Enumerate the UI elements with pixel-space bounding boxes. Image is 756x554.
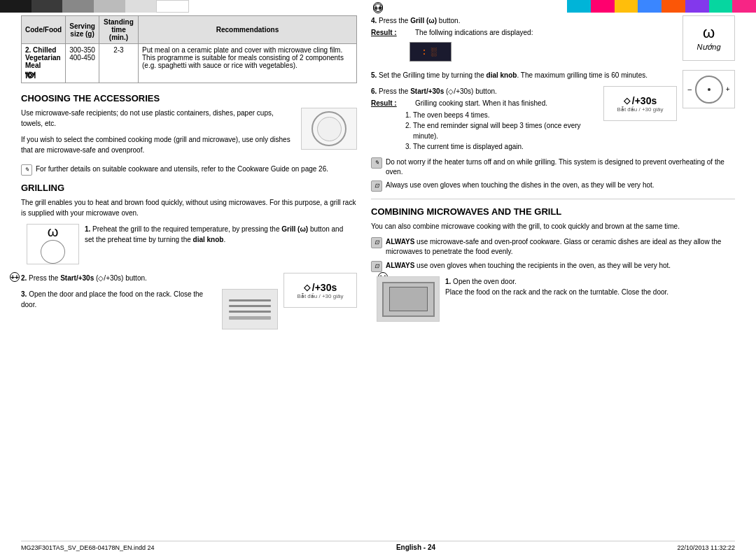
- step1-num: 1.: [85, 225, 90, 233]
- combining-body: You can also combine microwave cooking w…: [371, 221, 735, 232]
- col-header-recommendations: Recommendations: [138, 16, 356, 44]
- step6-sublist: The oven beeps 4 times. The end reminder…: [413, 110, 735, 152]
- grill-bold: Grill (ω): [281, 225, 308, 233]
- always-note-1: ⊡ ALWAYS use microwave-safe and oven-pro…: [371, 237, 735, 257]
- left-column: Code/Food Servingsize (g) Standingtime (…: [21, 15, 357, 534]
- microwave-door: [389, 287, 428, 311]
- food-icon: 🍽: [25, 69, 35, 80]
- grill-symbol-right: ω: [703, 25, 715, 41]
- grilling-step1: ω 1. Preheat the grill to the required t…: [21, 224, 357, 267]
- main-content: Code/Food Servingsize (g) Standingtime (…: [21, 15, 735, 534]
- open-door-num: 1.: [445, 278, 451, 285]
- sublist-item-2: The end reminder signal will beep 3 time…: [413, 120, 735, 141]
- table-cell-food: 2. Chilled Vegetarian Meal 🍽: [22, 44, 66, 83]
- result-val-6: Grilling cooking start. When it has fini…: [415, 99, 598, 107]
- color-bar-3: [62, 0, 94, 13]
- knob-plus: +: [726, 85, 730, 93]
- color-bar-r8: [732, 0, 756, 13]
- always-bold-2: ALWAYS: [386, 262, 414, 269]
- step5-num: 5.: [371, 71, 377, 79]
- table-cell-serving: 300-350 400-450: [66, 44, 99, 83]
- color-bar-r4: [638, 0, 662, 13]
- start30-plus: /+30s: [312, 282, 337, 293]
- right-step5: – + 5. Set the Grilling time by turning …: [371, 70, 735, 80]
- step3-num: 3.: [21, 290, 27, 298]
- step1-text: 1. Preheat the grill to the required tem…: [85, 224, 351, 267]
- note-heater: ✎ Do not worry if the heater turns off a…: [371, 157, 735, 177]
- grill-symbol: ω: [48, 225, 59, 239]
- rack-image: [222, 289, 278, 329]
- start30-text-r: /+30s: [632, 95, 657, 106]
- start30-arrow: ◇: [304, 283, 310, 292]
- step5-text: 5. Set the Grilling time by turning the …: [371, 70, 735, 80]
- color-bar-r3: [615, 0, 638, 13]
- knob-dot: [708, 88, 710, 91]
- rack-base: [229, 316, 271, 320]
- display-box: : ░: [410, 42, 451, 62]
- step2-num: 2.: [21, 274, 27, 282]
- choosing-accessories-heading: CHOOSING THE ACCESSORIES: [21, 93, 357, 104]
- grilling-body: The grill enables you to heat and brown …: [21, 197, 357, 218]
- section-divider: [371, 199, 735, 199]
- start30-icon: ◇ /+30s: [304, 282, 337, 293]
- choosing-accessories-section: CHOOSING THE ACCESSORIES Use microwave-s…: [21, 93, 357, 176]
- sublist-item-1: The oven beeps 4 times.: [413, 110, 735, 120]
- always-text-1: ALWAYS use microwave-safe and oven-proof…: [386, 237, 735, 257]
- reg-mark-left: +: [10, 272, 20, 282]
- result-val-4: The follwing indications are displayed:: [415, 29, 677, 36]
- col-header-serving: Servingsize (g): [66, 16, 99, 44]
- color-bar-2: [31, 0, 63, 13]
- col-header-food: Code/Food: [22, 16, 66, 44]
- combining-heading: COMBINING MICROWAVES AND THE GRILL: [371, 206, 735, 217]
- start30-sup: (◇/+30s): [96, 274, 123, 282]
- knob-minus: –: [688, 85, 692, 93]
- microwave-box: [382, 282, 435, 317]
- reg-mark-bottom: +: [373, 3, 383, 13]
- table-cell-recommendation: Put meal on a ceramic plate and cover wi…: [138, 44, 356, 83]
- color-bar-5: [125, 0, 157, 13]
- footer-file-info: MG23F301TAS_SV_DE68-04178N_EN.indd 24: [21, 544, 154, 551]
- grill-button-image: ω: [27, 224, 79, 264]
- knob-circle: – +: [695, 76, 723, 104]
- knob-image: [41, 240, 65, 264]
- right-step4: ω Nướng 4. Press the Grill (ω) button. R…: [371, 15, 735, 64]
- always-note-2: ⊡ ALWAYS use oven gloves when touching t…: [371, 261, 735, 272]
- start30-button-right: ◇ /+30s Bắt đầu / +30 giây: [603, 86, 677, 121]
- rack-line-2: [229, 305, 271, 307]
- grill-bold-r: Grill (ω): [410, 17, 437, 24]
- always-text-2: ALWAYS use oven gloves when touching the…: [386, 261, 671, 271]
- start30-icon-r: ◇ /+30s: [624, 95, 657, 106]
- step6-num: 6.: [371, 87, 377, 95]
- right-column: ω Nướng 4. Press the Grill (ω) button. R…: [371, 15, 735, 534]
- step6-text: 6. Press the Start/+30s (◇/+30s) button.: [371, 86, 735, 97]
- footer-date-info: 22/10/2013 11:32:22: [677, 544, 735, 551]
- color-bar-r5: [662, 0, 685, 13]
- dial-knob-bold-r: dial knob: [486, 71, 517, 79]
- note-gloves: ⊡ Always use oven gloves when touching t…: [371, 180, 735, 192]
- color-bar-r1: [567, 0, 591, 13]
- grilling-heading: GRILLING: [21, 183, 357, 193]
- color-bar-r2: [591, 0, 615, 13]
- accessories-image: [301, 108, 357, 150]
- grill-button-right-image: ω Nướng: [682, 15, 735, 61]
- start30-sublabel: Bắt đầu / +30 giây: [298, 293, 344, 299]
- open-door-text: 1. Open the oven door. Place the food on…: [445, 276, 668, 322]
- note-heater-text: Do not worry if the heater turns off and…: [386, 157, 735, 177]
- start30-sup-r: (◇/+30s): [446, 87, 473, 95]
- step4-num: 4.: [371, 17, 377, 24]
- plate-inner: [317, 117, 342, 141]
- sublist-item-3: The current time is displayed again.: [413, 141, 735, 152]
- grilling-section: GRILLING The grill enables you to heat a…: [21, 183, 357, 329]
- top-right-bars: [567, 0, 756, 13]
- knob-box-right: – +: [682, 70, 735, 108]
- rack-line-1: [229, 299, 271, 301]
- result-key-6: Result :: [371, 99, 410, 107]
- result-key-4: Result :: [371, 29, 410, 36]
- choosing-accessories-body: Use microwave-safe recipients; do not us…: [21, 108, 357, 161]
- color-bar-r7: [709, 0, 733, 13]
- color-bar-1: [0, 0, 31, 13]
- table-row: 2. Chilled Vegetarian Meal 🍽 300-350 400…: [22, 44, 357, 83]
- step4-result: Result : The follwing indications are di…: [371, 29, 677, 36]
- always-icon-1: ⊡: [371, 237, 382, 248]
- color-bar-4: [94, 0, 125, 13]
